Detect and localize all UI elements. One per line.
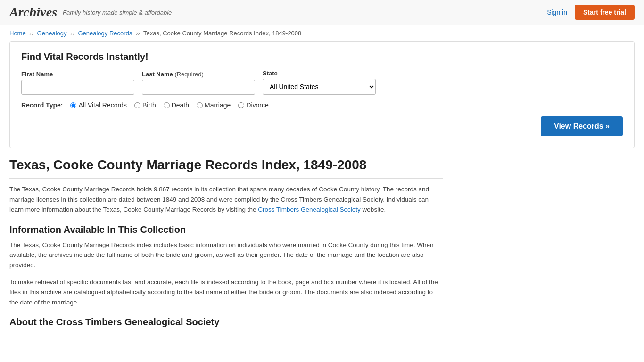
main-content: Texas, Cooke County Marriage Records Ind… bbox=[0, 157, 453, 351]
radio-birth-label: Birth bbox=[142, 101, 156, 109]
header-left: Archives Family history made simple & af… bbox=[9, 5, 172, 20]
breadcrumb: Home ›› Genealogy ›› Genealogy Records ›… bbox=[0, 25, 644, 41]
radio-divorce[interactable]: Divorce bbox=[238, 101, 268, 109]
last-name-input[interactable] bbox=[142, 80, 255, 95]
view-records-button[interactable]: View Records » bbox=[541, 116, 623, 136]
section1-text1: The Texas, Cooke County Marriage Records… bbox=[9, 240, 443, 271]
search-title: Find Vital Records Instantly! bbox=[21, 51, 623, 62]
cross-timbers-link[interactable]: Cross Timbers Genealogical Society bbox=[258, 206, 361, 213]
radio-divorce-label: Divorce bbox=[246, 101, 268, 109]
tagline: Family history made simple & affordable bbox=[63, 9, 172, 16]
sep3: ›› bbox=[136, 30, 140, 37]
radio-divorce-input[interactable] bbox=[238, 102, 244, 108]
last-name-label: Last Name (Required) bbox=[142, 71, 255, 78]
radio-group: All Vital Records Birth Death Marriage D… bbox=[70, 101, 268, 109]
search-fields: First Name Last Name (Required) State Al… bbox=[21, 70, 623, 95]
page-title: Texas, Cooke County Marriage Records Ind… bbox=[9, 157, 443, 179]
radio-birth[interactable]: Birth bbox=[134, 101, 156, 109]
start-trial-button[interactable]: Start free trial bbox=[575, 5, 635, 20]
last-name-group: Last Name (Required) bbox=[142, 71, 255, 95]
radio-all-vital-label: All Vital Records bbox=[78, 101, 126, 109]
radio-marriage-label: Marriage bbox=[205, 101, 231, 109]
section1-title: Information Available In This Collection bbox=[9, 224, 443, 235]
record-type-row: Record Type: All Vital Records Birth Dea… bbox=[21, 101, 623, 109]
radio-marriage-input[interactable] bbox=[197, 102, 203, 108]
radio-death-label: Death bbox=[172, 101, 189, 109]
first-name-label: First Name bbox=[21, 71, 134, 78]
record-type-label: Record Type: bbox=[21, 101, 63, 109]
first-name-group: First Name bbox=[21, 71, 134, 95]
breadcrumb-home[interactable]: Home bbox=[9, 30, 26, 37]
radio-birth-input[interactable] bbox=[134, 102, 140, 108]
section2-title: About the Cross Timbers Genealogical Soc… bbox=[9, 317, 443, 328]
radio-all-vital[interactable]: All Vital Records bbox=[70, 101, 126, 109]
header: Archives Family history made simple & af… bbox=[0, 0, 644, 25]
state-label: State bbox=[263, 70, 376, 77]
first-name-input[interactable] bbox=[21, 80, 134, 95]
search-box: Find Vital Records Instantly! First Name… bbox=[9, 41, 635, 148]
radio-death-input[interactable] bbox=[164, 102, 170, 108]
sign-in-link[interactable]: Sign in bbox=[547, 8, 567, 16]
breadcrumb-current: Texas, Cooke County Marriage Records Ind… bbox=[143, 30, 301, 37]
sep1: ›› bbox=[29, 30, 33, 37]
section1-text2: To make retrieval of specific documents … bbox=[9, 277, 443, 308]
radio-marriage[interactable]: Marriage bbox=[197, 101, 231, 109]
state-group: State All United States Alabama Alaska A… bbox=[263, 70, 376, 95]
radio-death[interactable]: Death bbox=[164, 101, 189, 109]
radio-all-vital-input[interactable] bbox=[70, 102, 76, 108]
breadcrumb-genealogy-records[interactable]: Genealogy Records bbox=[78, 30, 132, 37]
sep2: ›› bbox=[70, 30, 74, 37]
intro-text: The Texas, Cooke County Marriage Records… bbox=[9, 184, 443, 215]
breadcrumb-genealogy[interactable]: Genealogy bbox=[37, 30, 67, 37]
logo: Archives bbox=[9, 5, 57, 20]
header-right: Sign in Start free trial bbox=[547, 5, 635, 20]
state-select[interactable]: All United States Alabama Alaska Arizona… bbox=[263, 79, 376, 95]
